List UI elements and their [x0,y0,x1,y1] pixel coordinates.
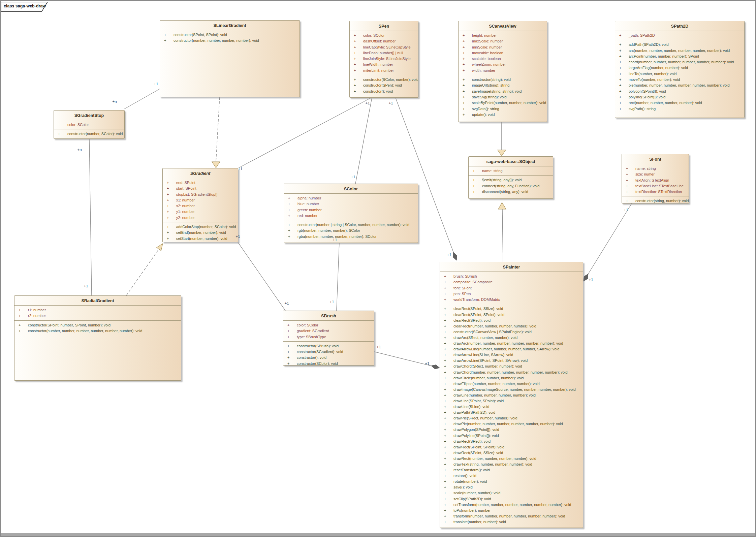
class-box-spath2d[interactable]: SPath2D +_path: SPath2D +addPath(SPath2D… [615,21,745,118]
attribute-compartment: +_path: SPath2D [615,31,744,40]
member-row: +pie(number, number, number, number, num… [615,83,743,88]
multiplicity-label: +1 [84,284,88,288]
composition-diamond-pen [453,252,457,260]
member-row: +stopList: SGradientStop[] [163,192,237,197]
member-row: +drawPie(number, number, number, number,… [440,421,581,427]
edge-sgradientstop-slineargradient[interactable] [124,89,160,109]
edge-sgradientstop-sradialgradient[interactable] [89,139,92,295]
method-compartment: +addColorStop(number, SColor): void+setE… [163,222,238,242]
class-box-spainter[interactable]: SPainter +brush: SBrush+composite: SComp… [440,262,583,528]
attribute-compartment: +name: string [469,166,553,176]
member-row: +drawRect(SPoint, SPoint): void [440,444,581,450]
multiplicity-label: +1 [624,208,628,212]
member-row: +end: SPoint [163,180,237,186]
class-box-sbrush[interactable]: SBrush +color: SColor+gradient: SGradien… [283,311,374,366]
member-row: +drawArrowLine(SPoint, SPoint, SArrow): … [440,358,581,364]
member-row: +rotate(number): void [440,479,581,484]
member-row: +drawEllipse(number, number, number, num… [440,381,581,387]
member-row: +constructor(): void [283,355,373,360]
multiplicity-label: +n [112,99,117,103]
member-row: +moveable: boolean [459,50,545,56]
class-title: SPainter [440,262,583,272]
member-row: +composite: SComposite [440,279,581,285]
edge-sbrush-spainter[interactable] [374,352,431,366]
member-row: +_path: SPath2D [615,33,743,38]
member-row: +y1: number [163,209,237,215]
method-compartment: +constructor(number, SColor): void [54,129,124,138]
member-row: +drawArrowLine(number, number, number, n… [440,346,581,352]
member-row: +arcPoint(number, number, number): SPoin… [615,54,743,59]
class-box-scanvasview[interactable]: SCanvasView +height: number+maxScale: nu… [458,21,547,122]
member-row: +size: numer [622,171,687,177]
member-row: +lineCapStyle: SLineCapStyle [350,44,417,50]
class-box-sgradient[interactable]: SGradient +end: SPoint+start: SPoint+sto… [162,168,238,242]
edge-sfont-spainter[interactable] [588,203,632,274]
member-row: +transform(number, number, number, numbe… [440,513,581,519]
edge-sradialgradient-sgradient[interactable] [126,249,159,295]
member-row: +constructor(number, number, number, num… [14,328,180,334]
frame-tab [1,2,48,11]
member-row: +constructor(SColor, number): void [350,77,417,83]
attribute-compartment: +color: SColor+gradient: SGradient+type:… [283,321,374,342]
member-row: +name: string [622,166,687,171]
member-row: +drawPath(SPath2D): void [440,410,581,415]
member-row: +scale(number, number): void [440,490,581,496]
edge-scolor-sbrush[interactable] [337,243,339,311]
edge-spainter-sobject[interactable] [502,209,503,262]
class-box-sgradientstop[interactable]: SGradientStop -color: SColor +constructo… [54,110,125,139]
member-row: +update(): void [459,112,545,118]
multiplicity-label: +1 [425,361,429,366]
member-row: +saveSvg(string): void [459,94,545,100]
class-box-spen[interactable]: SPen +color: SColor+dashOffset: number+l… [349,21,418,98]
member-row: +y2: number [163,215,237,221]
member-row: +red: number [284,213,416,219]
generalization-arrow-sgradient-top [212,162,220,168]
class-box-scolor[interactable]: SColor +alpha: number+blue: number+green… [284,184,418,243]
member-row: +drawChord(SRect, number, number): void [440,364,581,369]
member-row: +lineJoinStyle: SLineJoinStyle [350,56,417,62]
member-row: +worldTransform: DOMMatrix [440,297,581,303]
composition-diamond-font [584,274,588,281]
class-box-sobject[interactable]: saga-web-base::SObject +name: string +$e… [468,156,553,199]
member-row: +constructor(string): void [459,77,545,83]
member-row: +rect(number, number, number, number): v… [615,100,743,106]
attribute-compartment: +height: number+maxScale: number+minScal… [459,31,547,75]
member-row: +dashOffset: number [350,38,417,44]
member-row: +translate(number, number): void [440,519,581,525]
class-box-sradialgradient[interactable]: SRadialGradient +r1: number+r2: number +… [14,295,181,381]
member-row: +drawLine(number, number, number, number… [440,392,581,398]
attribute-compartment: +end: SPoint+start: SPoint+stopList: SGr… [163,178,238,222]
member-row: +drawRect(SPoint, SSize): void [440,450,581,456]
uml-diagram-canvas: SLinearGradient +constructor(SPoint, SPo… [0,0,756,537]
method-compartment: +constructor(number | string | SColor, n… [284,220,418,243]
member-row: +addPath(SPath2D): void [615,42,743,48]
member-row: +constructor(): void [350,89,417,94]
member-row: +scalable: boolean [459,56,545,62]
member-row: +setEnd(number, number): void [163,230,237,235]
edge-sgradient-spen[interactable] [238,98,371,168]
class-box-sfont[interactable]: SFont +name: string+size: numer+textAlig… [622,154,689,203]
method-compartment: +clearRect(SPoint, SSize): void+clearRec… [440,304,583,528]
class-title: SRadialGradient [14,296,181,306]
class-box-slineargradient[interactable]: SLinearGradient +constructor(SPoint, SPo… [160,20,300,97]
method-compartment: +constructor(SPoint, SPoint): void+const… [160,30,300,97]
member-row: +drawArrowLine(SLine, SArrow): void [440,352,581,358]
class-title: SPath2D [615,21,744,31]
member-row: -color: SColor [54,122,123,128]
member-row: +drawArc(number, number, number, number,… [440,341,581,346]
edge-slineargradient-sgradient[interactable] [216,97,220,162]
method-compartment: +constructor(string, number): void [622,196,689,203]
method-compartment: +constructor(SPoint, number, SPoint, num… [14,321,181,380]
edge-scolor-spen[interactable] [355,98,372,184]
member-row: +constructor(number, number, number, num… [160,38,298,43]
method-compartment: +constructor(SBrush): void+constructor(S… [283,342,374,366]
member-row: +clearRect(SPoint, SPoint): void [440,312,581,318]
frame-label: class saga-web-draw [4,4,46,8]
member-row: +largeArcFlag(number, number): void [615,65,743,71]
member-row: +alpha: number [284,195,416,201]
edge-sgradient-sbrush[interactable] [238,242,285,311]
member-row: +constructor(number, SColor): void [54,131,123,137]
class-title: SFont [622,154,689,164]
class-title: SBrush [283,311,374,321]
member-row: +setStart(number, number): void [163,236,237,242]
